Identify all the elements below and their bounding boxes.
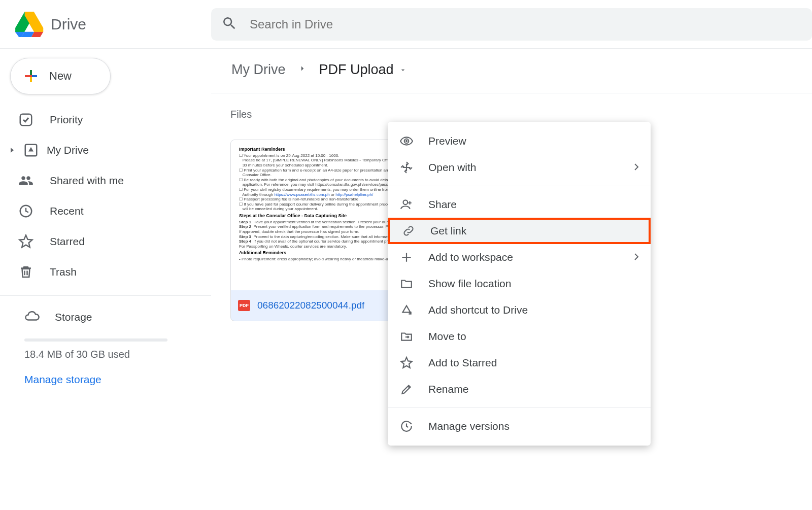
- menu-add-workspace[interactable]: Add to workspace: [388, 244, 651, 270]
- menu-show-location[interactable]: Show file location: [388, 270, 651, 297]
- expand-caret-icon[interactable]: [9, 147, 15, 153]
- file-card[interactable]: Important Reminders ☐ Your appointment i…: [230, 140, 401, 321]
- sidebar-item-trash[interactable]: Trash: [0, 257, 201, 287]
- pencil-icon: [399, 382, 414, 397]
- storage-row[interactable]: Storage: [0, 305, 211, 329]
- sidebar-item-shared[interactable]: Shared with me: [0, 165, 201, 196]
- file-name: 06862022082500044.pdf: [257, 300, 364, 311]
- open-with-icon: [399, 160, 414, 175]
- folder-move-icon: [399, 329, 414, 344]
- app-name: Drive: [51, 16, 86, 33]
- svg-marker-15: [28, 147, 33, 152]
- storage-used-text: 18.4 MB of 30 GB used: [24, 349, 211, 360]
- star-outline-icon: [399, 355, 414, 370]
- sidebar-item-mydrive[interactable]: My Drive: [0, 135, 201, 165]
- drive-logo-icon: [15, 12, 44, 37]
- menu-add-shortcut[interactable]: Add shortcut to Drive: [388, 297, 651, 323]
- sidebar-item-priority[interactable]: Priority: [0, 105, 201, 135]
- svg-marker-19: [402, 305, 410, 312]
- new-button-label: New: [49, 70, 72, 83]
- svg-rect-12: [25, 75, 30, 77]
- manage-storage-link[interactable]: Manage storage: [24, 373, 211, 386]
- breadcrumb-current[interactable]: PDF Upload: [314, 59, 412, 81]
- folder-icon: [399, 276, 414, 291]
- trash-icon: [17, 263, 35, 281]
- svg-rect-11: [30, 77, 32, 82]
- new-button[interactable]: New: [10, 58, 111, 94]
- star-icon: [17, 233, 35, 250]
- menu-add-starred[interactable]: Add to Starred: [388, 350, 651, 376]
- people-icon: [17, 172, 35, 189]
- person-add-icon: [399, 197, 414, 212]
- file-thumbnail: Important Reminders ☐ Your appointment i…: [231, 140, 400, 290]
- priority-icon: [17, 111, 35, 128]
- sidebar-divider: [0, 295, 211, 296]
- plus-thin-icon: [399, 250, 414, 265]
- eye-icon: [399, 133, 414, 149]
- chevron-right-icon: [633, 161, 639, 174]
- drive-shortcut-icon: [399, 302, 414, 318]
- pdf-badge-icon: PDF: [238, 300, 250, 311]
- logo-wrap[interactable]: Drive: [0, 12, 211, 37]
- chevron-right-icon: [633, 251, 639, 263]
- menu-separator: [388, 186, 651, 186]
- breadcrumb-root[interactable]: My Drive: [226, 59, 291, 81]
- clock-icon: [17, 202, 35, 220]
- drive-square-icon: [22, 142, 40, 159]
- sidebar-item-recent[interactable]: Recent: [0, 196, 201, 226]
- search-input[interactable]: [250, 17, 802, 31]
- menu-separator: [388, 407, 651, 408]
- svg-point-17: [405, 140, 408, 142]
- menu-move-to[interactable]: Move to: [388, 323, 651, 350]
- sidebar-item-starred[interactable]: Starred: [0, 226, 201, 257]
- chevron-right-icon: [298, 64, 307, 76]
- sidebar: New Priority My Drive Shared with me Rec…: [0, 49, 211, 386]
- svg-rect-9: [30, 70, 32, 75]
- search-bar[interactable]: [211, 8, 812, 41]
- menu-open-with[interactable]: Open with: [388, 154, 651, 181]
- search-icon[interactable]: [221, 15, 238, 33]
- menu-manage-versions[interactable]: Manage versions: [388, 413, 651, 439]
- svg-marker-7: [25, 12, 34, 16]
- menu-preview[interactable]: Preview: [388, 128, 651, 154]
- menu-get-link[interactable]: Get link: [388, 218, 651, 244]
- file-card-footer: PDF 06862022082500044.pdf: [231, 290, 400, 321]
- svg-point-18: [403, 200, 408, 205]
- cloud-icon: [24, 309, 40, 326]
- caret-down-icon: [399, 62, 407, 78]
- history-icon: [399, 419, 414, 434]
- svg-rect-10: [32, 75, 37, 77]
- breadcrumb: My Drive PDF Upload: [211, 49, 812, 93]
- link-icon: [401, 223, 416, 239]
- menu-share[interactable]: Share: [388, 191, 651, 218]
- menu-rename[interactable]: Rename: [388, 376, 651, 402]
- storage-bar: [24, 338, 167, 342]
- plus-icon: [22, 67, 40, 85]
- app-header: Drive: [0, 0, 812, 49]
- context-menu: Preview Open with Share Get link Add to …: [388, 122, 651, 446]
